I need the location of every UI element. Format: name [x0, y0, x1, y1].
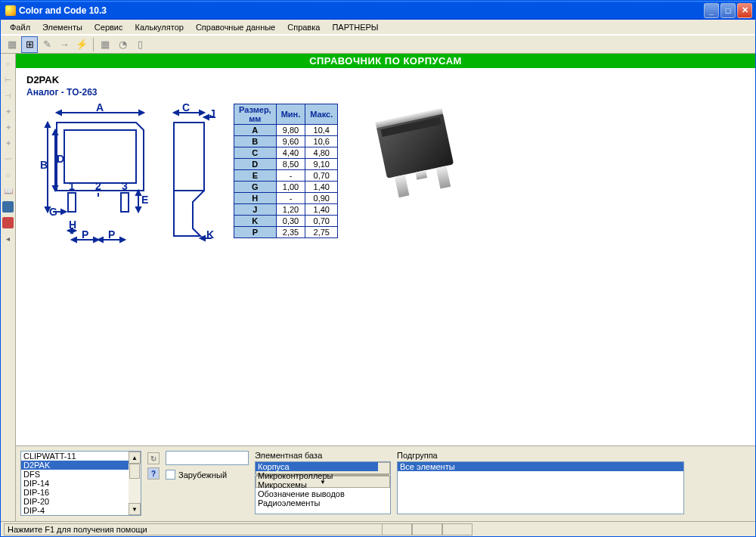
subgroup-label: Подгруппа	[397, 451, 684, 460]
svg-text:3: 3	[122, 180, 128, 192]
svg-text:P: P	[108, 228, 115, 241]
main-content: D2PAK Аналог - TO-263	[16, 68, 755, 445]
svg-text:K: K	[206, 228, 214, 241]
status-bar: Нажмите F1 для получения помощи	[1, 521, 755, 536]
component-photo	[361, 104, 474, 210]
rail-collapse-icon[interactable]: ◂	[2, 233, 14, 244]
left-rail: ○ ⊢ ⊣ ✦ ✦ ✦ 〰 ○ 📖 ◂	[1, 54, 16, 521]
toolbar-btn-5[interactable]: ⚡	[73, 36, 90, 53]
dimension-table: Размер, мм Мин. Макс. A9,8010,4 B9,6010,…	[234, 104, 338, 238]
list-item[interactable]: DIP-4	[21, 506, 129, 515]
menu-bar: Файл Элементы Сервис Калькулятор Справоч…	[1, 20, 755, 35]
svg-rect-1	[68, 193, 76, 212]
scroll-thumb[interactable]	[129, 464, 140, 479]
rail-icon-5[interactable]: ✦	[2, 122, 14, 133]
rail-icon-1[interactable]: ○	[2, 58, 14, 70]
scroll-up-icon[interactable]: ▲	[129, 452, 141, 464]
rail-blue-icon[interactable]	[2, 201, 14, 213]
search-input[interactable]	[166, 451, 249, 465]
svg-rect-33	[436, 166, 451, 188]
toolbar-btn-8[interactable]: ▯	[132, 36, 148, 53]
app-icon	[5, 5, 16, 16]
list-item[interactable]: DIP-14	[21, 479, 129, 488]
svg-rect-3	[121, 193, 129, 212]
rail-icon-4[interactable]: ✦	[2, 106, 14, 117]
base-label: Элементная база	[255, 451, 391, 460]
svg-rect-31	[395, 175, 410, 197]
toolbar-btn-7[interactable]: ◔	[114, 36, 131, 53]
dim-header-min: Мин.	[276, 104, 305, 125]
dim-header-size: Размер, мм	[234, 104, 277, 125]
package-front-diagram: A B D E G H P P 1 2 3	[26, 104, 155, 247]
svg-text:J: J	[209, 107, 215, 120]
list-item[interactable]: DFS	[21, 470, 129, 479]
rail-help-icon[interactable]: 📖	[2, 185, 14, 197]
toolbar-btn-3[interactable]: ✎	[39, 36, 55, 53]
bottom-panel: CLIPWATT-11 D2PAK DFS DIP-14 DIP-16 DIP-…	[16, 445, 755, 521]
status-cell	[442, 523, 472, 535]
page-title: СПРАВОЧНИК ПО КОРПУСАМ	[16, 54, 755, 68]
list-item[interactable]: Корпуса	[256, 462, 378, 471]
rail-icon-7[interactable]: 〰	[2, 154, 14, 165]
menu-file[interactable]: Файл	[4, 21, 36, 33]
status-cell	[382, 523, 412, 535]
scroll-down-icon[interactable]: ▼	[129, 503, 141, 515]
menu-partners[interactable]: ПАРТНЕРЫ	[326, 21, 384, 33]
toolbar: ▦ ⊞ ✎ → ⚡ ▦ ◔ ▯	[1, 35, 755, 54]
toolbar-btn-1[interactable]: ▦	[4, 36, 20, 53]
package-listbox[interactable]: CLIPWATT-11 D2PAK DFS DIP-14 DIP-16 DIP-…	[20, 451, 141, 516]
package-analog: Аналог - TO-263	[26, 87, 745, 98]
titlebar: Color and Code 10.3 _ □ ✕	[1, 1, 755, 20]
menu-help[interactable]: Справка	[281, 21, 326, 33]
list-item[interactable]: DIP-20	[21, 497, 129, 506]
scrollbar[interactable]: ▲ ▼	[129, 452, 141, 515]
menu-elements[interactable]: Элементы	[36, 21, 88, 33]
toolbar-sep	[93, 38, 94, 51]
package-side-diagram: C J K	[163, 104, 223, 247]
refresh-icon[interactable]: ↻	[147, 452, 160, 464]
minimize-button[interactable]: _	[704, 3, 719, 18]
help-icon[interactable]: ?	[147, 467, 160, 480]
svg-text:A: A	[96, 104, 104, 113]
svg-text:D: D	[57, 153, 64, 165]
menu-service[interactable]: Сервис	[88, 21, 129, 33]
status-cell	[412, 523, 442, 535]
foreign-label: Зарубежный	[178, 470, 227, 480]
svg-text:G: G	[49, 206, 57, 218]
list-item[interactable]: Радиоэлементы	[256, 498, 378, 508]
dim-header-max: Макс.	[305, 104, 338, 125]
svg-text:C: C	[182, 104, 190, 113]
list-item[interactable]: DIP-16	[21, 488, 129, 497]
toolbar-btn-2[interactable]: ⊞	[21, 36, 38, 53]
menu-calculator[interactable]: Калькулятор	[129, 21, 190, 33]
window-title: Color and Code 10.3	[19, 5, 704, 16]
svg-text:P: P	[82, 228, 88, 241]
rail-icon-8[interactable]: ○	[2, 169, 14, 181]
subgroup-listbox[interactable]: Все элементы	[397, 461, 684, 514]
svg-text:1: 1	[69, 180, 75, 192]
rail-red-icon[interactable]	[2, 217, 14, 228]
list-item[interactable]: Микросхемы	[256, 480, 378, 489]
svg-text:B: B	[40, 159, 48, 171]
list-item[interactable]: CLIPWATT-11	[21, 452, 129, 461]
svg-text:E: E	[141, 194, 148, 206]
list-item[interactable]: Все элементы	[398, 462, 683, 471]
rail-icon-2[interactable]: ⊢	[2, 74, 14, 85]
rail-icon-3[interactable]: ⊣	[2, 90, 14, 101]
toolbar-btn-6[interactable]: ▦	[97, 36, 113, 53]
maximize-button[interactable]: □	[720, 3, 736, 18]
svg-rect-0	[64, 130, 136, 183]
rail-icon-6[interactable]: ✦	[2, 138, 14, 149]
toolbar-btn-4[interactable]: →	[56, 36, 73, 53]
foreign-checkbox[interactable]	[166, 470, 175, 480]
list-item[interactable]: Обозначение выводов	[256, 489, 378, 498]
package-name: D2PAK	[26, 74, 745, 85]
status-text: Нажмите F1 для получения помощи	[4, 523, 382, 535]
svg-text:2: 2	[95, 180, 101, 192]
list-item[interactable]: Микроконтроллеры	[256, 471, 378, 480]
base-listbox[interactable]: Корпуса Микроконтроллеры Микросхемы Обоз…	[255, 461, 391, 514]
close-button[interactable]: ✕	[737, 3, 752, 18]
menu-refdata[interactable]: Справочные данные	[190, 21, 281, 33]
list-item[interactable]: D2PAK	[21, 461, 129, 470]
svg-text:H: H	[69, 219, 76, 231]
